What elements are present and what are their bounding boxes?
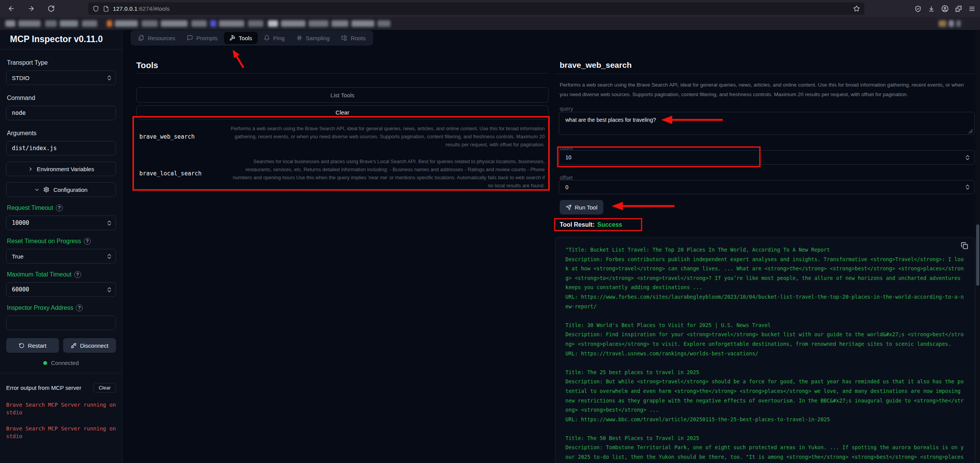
menu-icon[interactable] xyxy=(969,5,975,12)
status-dot xyxy=(43,361,47,365)
disconnect-button[interactable]: Disconnect xyxy=(63,338,116,353)
arguments-input[interactable]: dist/index.js xyxy=(6,141,116,155)
tool-name: brave_local_search xyxy=(139,170,220,177)
request-timeout-input[interactable]: 10000 xyxy=(6,216,116,230)
bookmark-item[interactable] xyxy=(332,20,348,27)
transport-type-select[interactable]: STDIO xyxy=(6,70,116,85)
bookmark-item[interactable] xyxy=(115,20,138,27)
request-timeout-value: 10000 xyxy=(12,219,29,226)
command-input[interactable]: node xyxy=(6,106,116,120)
bookmark-item[interactable] xyxy=(5,20,15,27)
proxy-address-label: Inspector Proxy Address ? xyxy=(7,304,115,311)
count-input[interactable]: 10 xyxy=(559,150,975,165)
hammer-icon xyxy=(229,35,235,41)
help-icon[interactable]: ? xyxy=(74,271,81,278)
page-scrollbar[interactable] xyxy=(975,30,980,463)
bookmark-item[interactable] xyxy=(268,20,278,27)
bookmark-item[interactable] xyxy=(18,20,41,27)
bookmark-item[interactable] xyxy=(281,20,305,27)
back-icon[interactable] xyxy=(5,2,18,15)
bell-icon xyxy=(264,35,270,41)
number-spinner-icon[interactable] xyxy=(107,287,111,293)
bookmark-item[interactable] xyxy=(309,20,328,27)
bookmark-item[interactable] xyxy=(82,20,97,27)
help-icon[interactable]: ? xyxy=(84,238,91,245)
run-tool-button[interactable]: Run Tool xyxy=(560,200,603,214)
resize-handle-icon[interactable] xyxy=(969,129,973,133)
page-info-icon[interactable] xyxy=(103,6,109,12)
number-spinner-icon[interactable] xyxy=(965,184,970,190)
address-bar[interactable]: 127.0.0.1:6274/#tools xyxy=(88,2,864,15)
transport-type-value: STDIO xyxy=(12,75,29,81)
bookmark-item[interactable] xyxy=(142,20,158,27)
clear-tools-button[interactable]: Clear xyxy=(136,105,549,119)
tab-ping[interactable]: Ping xyxy=(258,32,290,44)
bookmark-item[interactable] xyxy=(60,20,78,27)
account-icon[interactable] xyxy=(941,5,949,12)
bookmark-item[interactable] xyxy=(949,20,954,27)
divider xyxy=(136,73,548,74)
tool-result-block[interactable]: "Title: Bucket List Travel: The Top 20 P… xyxy=(555,237,975,463)
offset-value: 0 xyxy=(565,184,568,190)
annotation-arrowhead xyxy=(233,50,240,58)
tool-description: Performs a web search using the Brave Se… xyxy=(230,124,545,149)
bookmark-item[interactable] xyxy=(161,20,188,27)
offset-input[interactable]: 0 xyxy=(559,180,975,194)
help-icon[interactable]: ? xyxy=(76,304,83,311)
bookmark-star-icon[interactable] xyxy=(853,5,860,12)
restart-button[interactable]: Restart xyxy=(6,338,59,353)
number-spinner-icon[interactable] xyxy=(107,220,111,226)
tool-result-status: Tool Result:Success xyxy=(560,221,622,228)
bookmark-item[interactable] xyxy=(45,20,57,27)
error-output-label: Error output from MCP server xyxy=(6,384,81,391)
bookmark-item[interactable] xyxy=(377,20,390,27)
number-spinner-icon[interactable] xyxy=(965,155,970,160)
query-label: query xyxy=(560,106,573,112)
shield-icon[interactable] xyxy=(93,5,99,12)
command-value: node xyxy=(12,110,26,116)
reload-icon[interactable] xyxy=(44,2,57,15)
annotation-arrow-tools-tab xyxy=(237,56,243,68)
bookmark-item[interactable] xyxy=(210,20,216,27)
tool-row-brave-web-search[interactable]: brave_web_search Performs a web search u… xyxy=(136,121,549,154)
command-label: Command xyxy=(7,95,115,101)
downloads-icon[interactable] xyxy=(928,5,935,12)
list-tools-button[interactable]: List Tools xyxy=(136,87,549,103)
app-title: MCP Inspector v0.11.0 xyxy=(6,30,116,49)
bookmark-item[interactable] xyxy=(351,20,374,27)
tab-sampling[interactable]: Sampling xyxy=(291,32,335,44)
reset-timeout-select[interactable]: True xyxy=(6,249,116,263)
tab-roots[interactable]: Roots xyxy=(336,32,371,44)
help-icon[interactable]: ? xyxy=(56,205,63,211)
tab-tools[interactable]: Tools xyxy=(224,32,258,44)
reset-timeout-text: Reset Timeout on Progress xyxy=(7,238,81,245)
error-clear-button[interactable]: Clear xyxy=(93,383,116,393)
tool-row-brave-local-search[interactable]: brave_local_search Searches for local bu… xyxy=(136,154,549,195)
tab-label: Roots xyxy=(351,35,366,41)
forward-icon[interactable] xyxy=(24,2,38,15)
scrollbar-thumb[interactable] xyxy=(976,224,979,286)
run-tool-label: Run Tool xyxy=(575,204,598,211)
hash-icon xyxy=(296,35,302,41)
bookmark-item[interactable] xyxy=(248,20,263,27)
query-value: what are the best places for traveling? xyxy=(565,117,656,123)
tool-list: brave_web_search Performs a web search u… xyxy=(136,121,549,195)
tab-prompts[interactable]: Prompts xyxy=(181,32,223,44)
bookmark-item[interactable] xyxy=(191,20,207,27)
proxy-address-input[interactable] xyxy=(6,316,116,330)
tab-resources[interactable]: Resources xyxy=(133,32,181,44)
configuration-button[interactable]: Configuration xyxy=(6,182,116,197)
request-timeout-label: Request Timeout ? xyxy=(7,205,115,211)
bookmark-item[interactable] xyxy=(956,20,961,27)
copy-icon[interactable] xyxy=(961,242,968,249)
query-textarea[interactable]: what are the best places for traveling? xyxy=(559,112,975,135)
bookmark-item[interactable] xyxy=(219,20,244,27)
folder-tree-icon xyxy=(341,35,347,41)
extensions-icon[interactable] xyxy=(955,5,962,12)
privacy-shield-icon[interactable] xyxy=(915,5,921,12)
max-total-timeout-input[interactable]: 60000 xyxy=(6,282,116,297)
environment-variables-button[interactable]: Environment Variables xyxy=(6,162,116,176)
url-text[interactable]: 127.0.0.1:6274/#tools xyxy=(113,5,170,12)
bookmark-item[interactable] xyxy=(107,20,112,27)
bookmark-item[interactable] xyxy=(939,20,946,27)
